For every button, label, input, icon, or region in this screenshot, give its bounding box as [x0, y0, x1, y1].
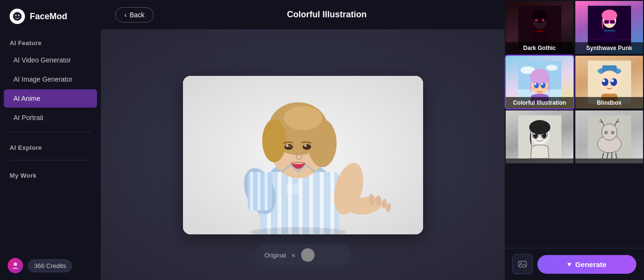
- slider-thumb[interactable]: [301, 248, 315, 262]
- image-container: [183, 76, 423, 234]
- svg-rect-95: [519, 261, 526, 267]
- canvas-area: Original «: [101, 30, 505, 280]
- slider-bar[interactable]: Original «: [255, 244, 351, 266]
- sketch-2-img: [575, 110, 643, 163]
- svg-point-71: [610, 78, 617, 86]
- svg-point-30: [262, 119, 286, 162]
- svg-point-65: [544, 87, 548, 90]
- svg-rect-14: [330, 172, 334, 234]
- right-panel-bottom: ♥ Generate: [505, 248, 644, 280]
- image-upload-icon: [518, 259, 527, 269]
- style-card-sketch-1[interactable]: [505, 110, 574, 164]
- svg-rect-51: [604, 20, 609, 24]
- generate-label: Generate: [575, 260, 607, 268]
- style-row-1: Dark Gothic: [505, 0, 644, 55]
- upload-image-button[interactable]: [512, 254, 533, 274]
- svg-rect-11: [299, 172, 303, 234]
- style-card-blindbox[interactable]: Blindbox: [574, 55, 644, 110]
- svg-point-1: [15, 14, 17, 16]
- sidebar-item-ai-portrait[interactable]: AI Portrait: [4, 109, 97, 127]
- my-work-section-label: My Work: [0, 165, 101, 183]
- sidebar-bottom: 366 Credits: [0, 251, 101, 280]
- sidebar-item-ai-image-generator[interactable]: AI Image Generator: [4, 70, 97, 88]
- svg-point-33: [303, 144, 311, 150]
- colorful-illustration-label: Colorful Illustration: [506, 97, 573, 109]
- right-panel: Dark Gothic: [505, 0, 644, 280]
- svg-point-0: [13, 12, 22, 21]
- style-card-colorful-illustration[interactable]: Colorful Illustration: [505, 55, 574, 110]
- svg-rect-52: [610, 20, 615, 24]
- slider-arrows-icon: «: [292, 251, 295, 259]
- svg-point-43: [542, 19, 545, 22]
- main-content: ‹ Back Colorful Illustration: [101, 0, 505, 280]
- sidebar-item-ai-video-generator[interactable]: AI Video Generator: [4, 51, 97, 69]
- sketch-1-img: [506, 110, 573, 163]
- svg-point-42: [535, 19, 538, 22]
- dark-gothic-label: Dark Gothic: [506, 42, 573, 54]
- page-title: Colorful Illustration: [287, 10, 366, 20]
- svg-rect-10: [288, 172, 292, 234]
- blindbox-label: Blindbox: [575, 97, 643, 109]
- styles-grid: Dark Gothic: [505, 0, 644, 248]
- svg-rect-13: [320, 172, 324, 234]
- woman-svg: [183, 76, 423, 234]
- style-card-dark-gothic[interactable]: Dark Gothic: [505, 0, 574, 55]
- sidebar-divider-2: [10, 160, 91, 160]
- ai-explore-section-label: AI Explore: [0, 137, 101, 155]
- svg-point-34: [286, 144, 288, 146]
- svg-point-63: [541, 83, 543, 85]
- style-card-sketch-2[interactable]: [574, 110, 644, 164]
- svg-point-31: [284, 106, 322, 130]
- sidebar-divider: [10, 132, 91, 133]
- blindbox-img: Blindbox: [575, 56, 643, 109]
- heart-icon: ♥: [567, 260, 571, 268]
- sidebar-item-ai-anime[interactable]: AI Anime: [4, 89, 97, 108]
- svg-point-64: [531, 87, 536, 90]
- svg-point-89: [605, 132, 607, 134]
- svg-point-86: [602, 124, 617, 140]
- svg-point-72: [602, 79, 605, 82]
- dark-gothic-img: Dark Gothic: [506, 1, 573, 54]
- slider-label: Original: [265, 252, 286, 259]
- app-name: FaceMod: [30, 12, 67, 22]
- style-card-synthwave-punk[interactable]: Synthwave Punk: [574, 0, 644, 55]
- svg-rect-18: [257, 172, 260, 210]
- colorful-illustration-img: Colorful Illustration: [506, 56, 573, 109]
- svg-point-62: [535, 83, 536, 85]
- woman-illustration: [183, 76, 423, 234]
- svg-rect-12: [309, 172, 313, 234]
- svg-rect-19: [265, 172, 267, 210]
- svg-point-73: [611, 79, 614, 82]
- top-bar: ‹ Back Colorful Illustration: [101, 0, 505, 30]
- synthwave-punk-label: Synthwave Punk: [575, 42, 643, 54]
- svg-point-2: [18, 14, 20, 16]
- svg-point-83: [529, 120, 550, 134]
- svg-rect-17: [250, 172, 253, 210]
- svg-point-40: [532, 10, 547, 23]
- svg-point-50: [602, 10, 617, 21]
- ai-feature-section-label: AI Feature: [0, 33, 101, 50]
- svg-point-59: [530, 69, 549, 86]
- generate-button[interactable]: ♥ Generate: [537, 255, 636, 274]
- svg-rect-36: [286, 184, 300, 194]
- back-label: Back: [130, 11, 145, 19]
- svg-point-35: [304, 144, 306, 146]
- svg-rect-9: [278, 172, 281, 234]
- svg-point-96: [521, 263, 522, 264]
- svg-point-57: [546, 65, 558, 71]
- avatar: [8, 258, 23, 273]
- svg-point-3: [14, 263, 17, 266]
- sidebar: FaceMod AI Feature AI Video Generator AI…: [0, 0, 101, 280]
- credits-badge[interactable]: 366 Credits: [28, 259, 72, 272]
- style-row-3: [505, 110, 644, 164]
- logo-area: FaceMod: [0, 0, 101, 33]
- style-row-2: Colorful Illustration: [505, 55, 644, 110]
- svg-point-70: [602, 78, 608, 86]
- synthwave-punk-img: Synthwave Punk: [575, 1, 643, 54]
- sketch-2-label: [575, 158, 643, 163]
- chevron-left-icon: ‹: [124, 11, 127, 19]
- back-button[interactable]: ‹ Back: [115, 7, 154, 23]
- sketch-1-label: [506, 158, 573, 163]
- svg-point-23: [376, 195, 381, 206]
- logo-icon: [10, 9, 25, 24]
